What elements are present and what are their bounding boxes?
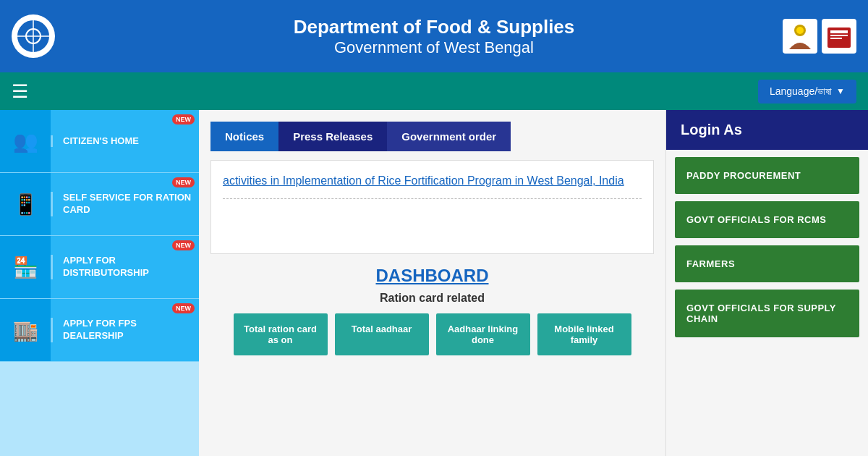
login-option-farmers[interactable]: FARMERS — [675, 245, 859, 282]
right-logo-1 — [783, 19, 817, 54]
dashboard-cards: Total ration card as on Total aadhaar Aa… — [210, 313, 654, 355]
svg-point-5 — [796, 27, 804, 34]
badge-new-citizens-home: NEW — [172, 114, 195, 124]
badge-new-distributorship: NEW — [172, 240, 195, 250]
sidebar-item-fps-dealership[interactable]: 🏬 APPLY FOR FPS DEALERSHIP NEW — [0, 299, 199, 362]
language-selector[interactable]: Language/ভাষা ▼ — [758, 80, 856, 104]
sidebar-label-citizens-home: CITIZEN'S HOME — [51, 135, 199, 148]
hamburger-menu[interactable]: ☰ — [12, 82, 28, 101]
sidebar-icon-area-self-service: 📱 — [0, 173, 51, 235]
notice-box: activities in Implementation of Rice For… — [210, 160, 654, 254]
tabs-container: Notices Press Releases Government order — [210, 122, 654, 151]
header-logos-right — [783, 19, 856, 54]
right-panel: Login As PADDY PROCUREMENT GOVT OFFICIAL… — [665, 110, 868, 456]
tab-notices[interactable]: Notices — [210, 122, 278, 151]
header-title-line1: Department of Food & Supplies — [294, 16, 575, 38]
header-title: Department of Food & Supplies Government… — [294, 16, 575, 57]
login-option-govt-rcms[interactable]: GOVT OFFICIALS FOR RCMS — [675, 201, 859, 238]
distributorship-icon: 🏪 — [13, 256, 38, 279]
notice-divider — [223, 198, 642, 199]
sidebar-item-self-service[interactable]: 📱 SELF SERVICE FOR RATION CARD NEW — [0, 173, 199, 236]
sidebar: 👥 CITIZEN'S HOME NEW 📱 SELF SERVICE FOR … — [0, 110, 199, 456]
navbar: ☰ Language/ভাষা ▼ — [0, 72, 868, 110]
sidebar-item-distributorship[interactable]: 🏪 APPLY FOR DISTRIBUTORSHIP NEW — [0, 236, 199, 299]
sidebar-item-citizens-home[interactable]: 👥 CITIZEN'S HOME NEW — [0, 110, 199, 173]
language-arrow-icon: ▼ — [836, 86, 845, 96]
sidebar-label-distributorship: APPLY FOR DISTRIBUTORSHIP — [51, 255, 199, 279]
login-as-header: Login As — [666, 110, 868, 150]
dashboard-card-1[interactable]: Total aadhaar — [335, 313, 429, 355]
dashboard-title: DASHBOARD — [210, 266, 654, 286]
login-option-govt-supply[interactable]: GOVT OFFICIALS FOR SUPPLY CHAIN — [675, 290, 859, 337]
dashboard-subtitle: Ration card related — [210, 292, 654, 305]
tab-govt-order[interactable]: Government order — [387, 122, 511, 151]
sidebar-label-self-service: SELF SERVICE FOR RATION CARD — [51, 192, 199, 216]
dashboard-card-3[interactable]: Mobile linked family — [537, 313, 631, 355]
svg-rect-7 — [830, 30, 848, 33]
content-area: Notices Press Releases Government order … — [199, 110, 665, 456]
badge-new-fps-dealership: NEW — [172, 303, 195, 313]
page-header: Department of Food & Supplies Government… — [0, 0, 868, 72]
sidebar-icon-area-citizens-home: 👥 — [0, 110, 51, 172]
badge-new-self-service: NEW — [172, 177, 195, 187]
tab-press-releases[interactable]: Press Releases — [278, 122, 387, 151]
sidebar-icon-area-distributorship: 🏪 — [0, 236, 51, 298]
notice-text[interactable]: activities in Implementation of Rice For… — [223, 172, 642, 190]
self-service-icon: 📱 — [13, 193, 38, 216]
dashboard-card-0[interactable]: Total ration card as on — [234, 313, 328, 355]
header-title-line2: Government of West Bengal — [294, 38, 575, 57]
fps-dealership-icon: 🏬 — [13, 318, 38, 342]
sidebar-label-fps-dealership: APPLY FOR FPS DEALERSHIP — [51, 318, 199, 342]
dashboard-card-2[interactable]: Aadhaar linking done — [436, 313, 530, 355]
login-option-paddy-procurement[interactable]: PADDY PROCUREMENT — [675, 157, 859, 194]
dashboard-section: DASHBOARD Ration card related Total rati… — [210, 266, 654, 355]
language-label: Language/ভাষা — [770, 85, 832, 98]
svg-rect-9 — [830, 38, 842, 39]
main-layout: 👥 CITIZEN'S HOME NEW 📱 SELF SERVICE FOR … — [0, 110, 868, 456]
svg-rect-8 — [830, 35, 848, 36]
citizens-home-icon: 👥 — [13, 130, 38, 153]
govt-logo-left — [12, 14, 55, 58]
sidebar-icon-area-fps-dealership: 🏬 — [0, 299, 51, 361]
right-logo-2 — [822, 19, 856, 54]
